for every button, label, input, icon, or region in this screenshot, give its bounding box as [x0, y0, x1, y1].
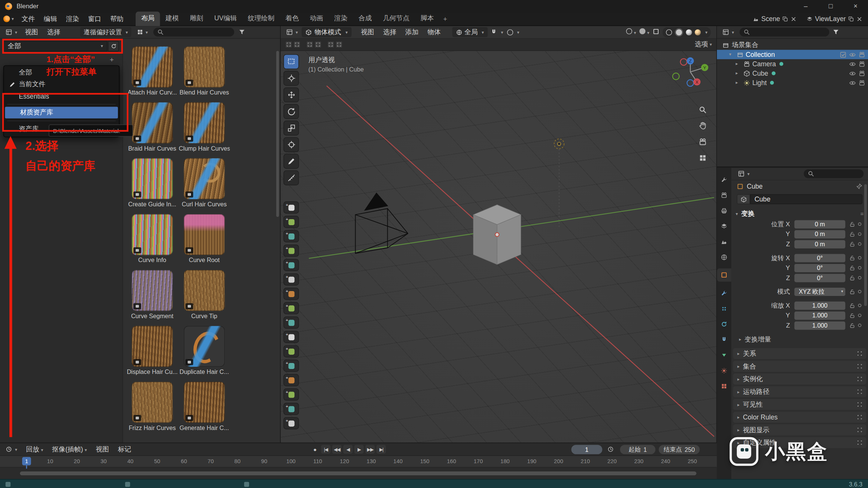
field-value-5[interactable]: 0°: [795, 274, 845, 282]
solid-shading-button[interactable]: [675, 28, 683, 36]
auto-keying-button[interactable]: ●: [310, 445, 319, 454]
import-method-dropdown[interactable]: 遵循偏好设置▾: [80, 27, 131, 37]
mode-dropdown[interactable]: 物体模式▾: [302, 27, 351, 37]
browse-object-button[interactable]: [737, 194, 750, 204]
outliner-search-input[interactable]: [740, 27, 829, 37]
preview-range-icon[interactable]: [607, 446, 614, 453]
scene-selector[interactable]: Scene: [753, 15, 797, 23]
asset-item-curve-root[interactable]: Curve Root: [178, 214, 230, 264]
light-object[interactable]: [554, 139, 564, 149]
previous-keyframe-button[interactable]: ◀◀: [332, 445, 342, 454]
workspace-tab-item-9[interactable]: 几何节点: [377, 11, 415, 26]
new-view-layer-icon[interactable]: [848, 16, 854, 22]
scene-collection-row[interactable]: 场景集合: [717, 40, 868, 50]
asset-item-curve-info[interactable]: Curve Info: [126, 214, 178, 264]
field-value-2[interactable]: 0 m: [795, 240, 845, 248]
show-overlays-toggle[interactable]: ▾: [639, 28, 649, 36]
field-value-4[interactable]: 0°: [795, 264, 845, 272]
select-box-tool[interactable]: [283, 54, 299, 69]
workspace-tab-item-8[interactable]: 合成: [353, 11, 377, 26]
hair-tool-5[interactable]: +: [283, 259, 299, 271]
animate-dot[interactable]: [858, 242, 862, 246]
rotate-tool[interactable]: [283, 104, 299, 119]
current-frame-field[interactable]: 1: [571, 445, 602, 454]
topbar-menu-item-4[interactable]: 帮助: [106, 12, 128, 25]
viewport-menu-item-0[interactable]: 视图: [356, 26, 379, 38]
asset-item-braid-hair-curves[interactable]: Braid Hair Curves: [126, 102, 178, 152]
topbar-menu-item-2[interactable]: 渲染: [61, 12, 84, 25]
asset-item-generate-hair-c[interactable]: Generate Hair C...: [178, 382, 230, 431]
xray-toggle[interactable]: [653, 28, 659, 36]
snap-toggle-group[interactable]: [306, 41, 322, 48]
timeline-editor-type-button[interactable]: ▾: [3, 445, 20, 454]
timeline-scrollbar[interactable]: [20, 471, 697, 475]
workspace-tab-item-4[interactable]: 纹理绘制: [242, 11, 280, 26]
library-option-item-0[interactable]: 全部: [4, 67, 119, 79]
animate-dot[interactable]: [858, 256, 862, 259]
workspace-tab-uv[interactable]: UV编辑: [209, 11, 242, 26]
properties-tab-view-layer[interactable]: [717, 222, 731, 230]
navigation-gizmo[interactable]: Z Y X: [672, 57, 708, 86]
remove-view-layer-icon[interactable]: [856, 16, 862, 22]
field-value-8[interactable]: 1.000: [795, 311, 845, 320]
maximize-button[interactable]: □: [818, 0, 843, 12]
asset-item-clump-hair-curves[interactable]: Clump Hair Curves: [178, 102, 230, 152]
material-shading-button[interactable]: [686, 29, 692, 35]
viewport-editor-type-button[interactable]: ▾: [284, 27, 300, 37]
properties-tab-texture[interactable]: [717, 382, 731, 390]
timeline-ruler[interactable]: 1 10203040506070809010011012013014015016…: [0, 456, 717, 468]
delta-transform-subpanel[interactable]: ▸ 变换增量: [731, 334, 868, 345]
proportional-editing-toggle[interactable]: ▾: [506, 27, 520, 37]
properties-tab-object[interactable]: [717, 268, 731, 282]
play-button[interactable]: ▶: [355, 445, 364, 454]
topbar-menu-item-1[interactable]: 编辑: [39, 12, 61, 25]
viewport-menu-item-3[interactable]: 物体: [423, 26, 445, 38]
asset-item-curve-tip[interactable]: Curve Tip: [178, 270, 230, 319]
timeline-menu-item-2[interactable]: 视图: [92, 443, 114, 456]
filter-icon[interactable]: [238, 29, 245, 35]
properties-tab-tool[interactable]: [717, 175, 731, 184]
options-toggle-group[interactable]: [327, 41, 342, 48]
hair-tool-7[interactable]: +: [283, 288, 299, 300]
animate-dot[interactable]: [858, 324, 862, 327]
properties-tab-render[interactable]: [717, 191, 731, 199]
hair-tool-3[interactable]: +: [283, 230, 299, 242]
expand-icon[interactable]: ▸: [736, 71, 741, 76]
asset-item-blend-hair-curves[interactable]: Blend Hair Curves: [178, 46, 230, 96]
workspace-tab-item-1[interactable]: 建模: [160, 11, 185, 26]
transform-orientation-dropdown[interactable]: 全局▾: [452, 27, 488, 37]
properties-tab-material[interactable]: [717, 366, 731, 375]
object-name-field[interactable]: Cube: [750, 194, 862, 204]
asset-item-duplicate-hair-c[interactable]: Duplicate Hair C...: [178, 326, 230, 375]
hair-tool-1[interactable]: +: [283, 201, 299, 214]
hair-tool-6[interactable]: +: [283, 273, 299, 285]
field-value-7[interactable]: 1.000: [795, 301, 845, 310]
pin-icon[interactable]: [856, 183, 863, 190]
minimize-button[interactable]: –: [793, 0, 818, 12]
asset-menu-item-0[interactable]: 视图: [20, 26, 43, 38]
field-value-9[interactable]: 1.000: [795, 321, 845, 329]
refresh-library-button[interactable]: [108, 41, 119, 52]
asset-item-create-guide-in[interactable]: Create Guide In...: [126, 158, 178, 207]
transform-tool[interactable]: [283, 137, 299, 152]
outliner-editor-type-button[interactable]: ▾: [720, 27, 737, 37]
annotate-tool[interactable]: [283, 154, 299, 169]
scale-tool[interactable]: [283, 120, 299, 136]
close-button[interactable]: ×: [843, 0, 868, 12]
unlink-scene-icon[interactable]: [791, 16, 797, 22]
properties-tab-world[interactable]: [717, 253, 731, 261]
hair-tool-9[interactable]: +: [283, 316, 299, 328]
field-value-1[interactable]: 0 m: [795, 230, 845, 238]
viewport-menu-item-1[interactable]: 选择: [379, 26, 401, 38]
asset-grid-scrollbar[interactable]: [276, 51, 279, 217]
add-library-button[interactable]: +: [110, 55, 114, 64]
properties-scrollbar[interactable]: [864, 184, 867, 306]
jump-to-start-button[interactable]: |◀: [321, 445, 330, 454]
next-keyframe-button[interactable]: ▶▶: [365, 445, 375, 454]
outliner-row-light[interactable]: ▸Light: [717, 78, 868, 87]
section-item-3[interactable]: ▸运动路径: [733, 386, 866, 397]
workspace-tab-item-2[interactable]: 雕刻: [184, 11, 209, 26]
asset-item-attach-hair-curv[interactable]: Attach Hair Curv...: [126, 46, 178, 96]
viewport-canvas[interactable]: Z Y X 用户透视 (1) Collection | Cube +++++++…: [281, 51, 716, 442]
topbar-menu-item-0[interactable]: 文件: [17, 12, 40, 25]
